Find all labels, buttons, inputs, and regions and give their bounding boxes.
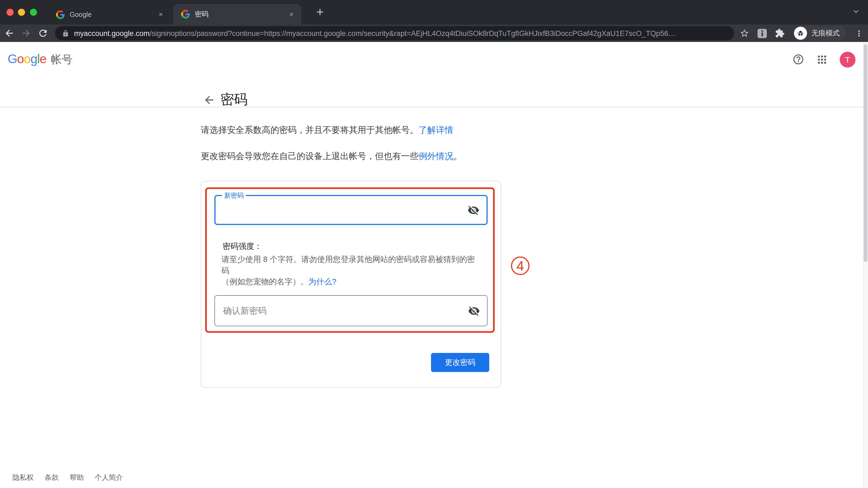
visibility-off-icon[interactable] [467,204,479,216]
tab-title: Google [70,10,156,18]
google-favicon [56,10,65,19]
footer-link-help[interactable]: 帮助 [70,473,84,483]
avatar[interactable]: T [840,52,856,67]
macos-fullscreen-button[interactable] [30,8,37,16]
incognito-badge[interactable]: 无痕模式 [793,26,846,41]
tab-close-icon[interactable]: × [156,10,165,19]
url-text: myaccount.google.com/signinoptions/passw… [74,29,676,37]
title-divider [0,107,868,107]
scrollbar-thumb[interactable] [864,44,867,262]
tab-search-chevron-icon[interactable] [851,6,861,16]
browser-toolbar: myaccount.google.com/signinoptions/passw… [0,25,868,42]
url-path: /signinoptions/password?continue=https:/… [150,29,676,37]
address-bar[interactable]: myaccount.google.com/signinoptions/passw… [55,26,734,40]
page-content: Google 帐号 T 密码 请选择安全系数高的密码，并且不要将其用于其他帐号。… [0,42,868,488]
tab-close-icon[interactable]: × [287,9,296,19]
header-actions: T [793,52,856,67]
google-account-logo[interactable]: Google 帐号 [8,52,72,67]
macos-minimize-button[interactable] [18,8,25,16]
url-host: myaccount.google.com [74,29,150,37]
confirm-password-input[interactable] [215,296,487,326]
help-icon[interactable] [793,53,804,65]
google-account-header: Google 帐号 T [0,42,868,77]
footer-link-terms[interactable]: 条款 [44,473,59,483]
footer-link-privacy[interactable]: 隐私权 [12,473,34,483]
new-password-input[interactable] [216,196,487,224]
learn-more-link[interactable]: 了解详情 [418,125,453,135]
sidebar-extension-icon[interactable] [757,29,767,38]
google-apps-grid-icon[interactable] [817,54,827,64]
visibility-off-icon[interactable] [468,305,480,317]
strength-label: 密码强度： [223,241,262,252]
back-icon[interactable] [4,28,15,39]
bookmark-star-icon[interactable] [740,28,749,38]
browser-menu-icon[interactable] [855,29,864,38]
browser-tab-google[interactable]: Google × [48,4,171,25]
google-logo-letters: Google [8,52,46,66]
new-tab-icon[interactable] [314,6,326,18]
incognito-icon [794,27,807,40]
password-hint: 请至少使用 8 个字符。请勿使用您登录其他网站的密码或容易被猜到的密码（例如您宠… [221,254,482,287]
signout-paragraph: 更改密码会导致您在自己的设备上退出帐号，但也有一些例外情况。 [201,150,462,162]
new-password-field: 新密码 [214,195,488,225]
google-favicon [181,10,190,19]
page-back-icon[interactable] [203,94,216,106]
logo-suffix: 帐号 [51,52,72,67]
secure-lock-icon[interactable] [62,30,69,37]
scrollbar-track[interactable] [863,42,868,488]
intro-paragraph: 请选择安全系数高的密码，并且不要将其用于其他帐号。了解详情 [201,124,453,136]
why-link[interactable]: 为什么? [308,277,336,286]
reload-icon[interactable] [37,28,49,39]
confirm-password-field [214,295,488,326]
macos-close-button[interactable] [6,8,13,16]
tab-title: 密码 [195,9,287,19]
exceptions-link[interactable]: 例外情况 [418,151,453,161]
change-password-button[interactable]: 更改密码 [431,353,489,372]
extensions-puzzle-icon[interactable] [775,28,785,38]
footer-link-profile[interactable]: 个人简介 [95,473,123,483]
page-footer: 隐私权 条款 帮助 个人简介 [12,473,123,483]
screenshot-root: Google × 密码 × myaccount.google.com/signi… [0,0,868,488]
incognito-label: 无痕模式 [811,28,840,38]
forward-icon[interactable] [21,28,32,39]
browser-tab-strip: Google × 密码 × [0,0,868,25]
toolbar-icons: 无痕模式 [740,26,864,41]
annotation-number-badge: 4 [511,257,529,275]
browser-tab-password-active[interactable]: 密码 × [173,4,302,25]
